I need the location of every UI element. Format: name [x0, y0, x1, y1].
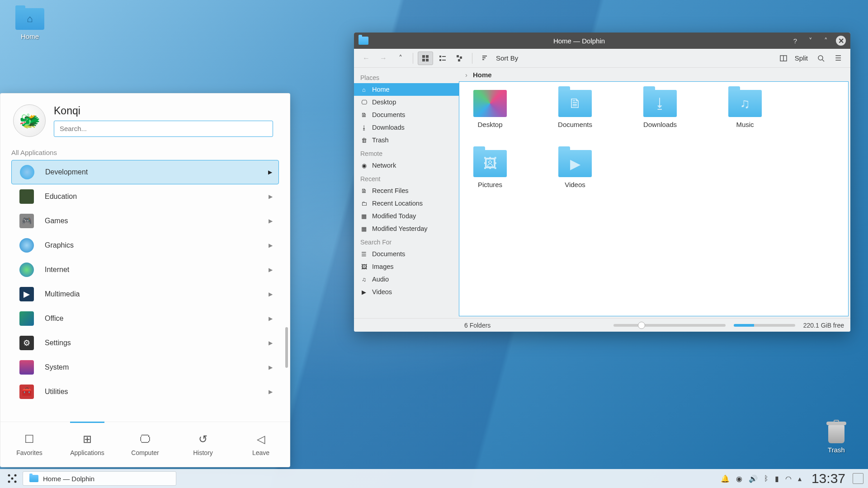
- svg-point-13: [818, 56, 823, 60]
- svg-rect-1: [426, 55, 429, 58]
- minimize-button[interactable]: ˅: [805, 35, 816, 46]
- recent-files[interactable]: 🗎Recent Files: [354, 184, 459, 197]
- documents-icon: 🗎: [360, 112, 368, 118]
- close-button[interactable]: ✕: [836, 36, 846, 46]
- trash-icon: [826, 420, 847, 443]
- folder-icon: [473, 90, 507, 117]
- svg-point-19: [14, 481, 17, 483]
- svg-point-15: [8, 474, 10, 477]
- category-settings[interactable]: ⚙ Settings ▶: [11, 331, 279, 355]
- svg-rect-9: [460, 56, 462, 59]
- tab-history[interactable]: ↺ History: [174, 422, 232, 467]
- task-dolphin[interactable]: Home — Dolphin: [23, 471, 176, 486]
- places-trash[interactable]: 🗑Trash: [354, 134, 459, 146]
- system-tray: 🔔 ◉ 🔊 ᛒ ▮ ◠ ▴: [721, 474, 804, 483]
- folder-videos[interactable]: ▶ Videos: [552, 150, 598, 188]
- zoom-slider[interactable]: [613, 324, 726, 327]
- free-space-label: 220.1 GiB free: [803, 322, 844, 329]
- places-panel: Places ⌂Home 🖵Desktop 🗎Documents ⭳Downlo…: [354, 68, 459, 318]
- user-avatar[interactable]: 🐲: [13, 104, 46, 137]
- folder-music[interactable]: ♫ Music: [722, 90, 768, 128]
- search-for-header: Search For: [354, 235, 459, 248]
- category-games[interactable]: 🎮 Games ▶: [11, 209, 279, 233]
- media-icon[interactable]: ◉: [736, 474, 742, 483]
- bluetooth-icon[interactable]: ᛒ: [764, 474, 769, 483]
- search-documents[interactable]: ☰Documents: [354, 248, 459, 260]
- start-button[interactable]: [5, 471, 20, 486]
- category-education[interactable]: Education ▶: [11, 184, 279, 209]
- icons-view-button[interactable]: [418, 52, 433, 65]
- places-desktop[interactable]: 🖵Desktop: [354, 96, 459, 108]
- folder-downloads[interactable]: ⭳ Downloads: [637, 90, 683, 128]
- menu-button[interactable]: ☰: [830, 52, 846, 65]
- back-button[interactable]: ←: [359, 52, 374, 65]
- chevron-right-icon: ▶: [269, 291, 273, 297]
- desktop-icon-home[interactable]: ⌂ Home: [15, 8, 44, 40]
- scrollbar[interactable]: [285, 327, 288, 368]
- breadcrumb-home[interactable]: Home: [473, 71, 492, 79]
- category-system[interactable]: System ▶: [11, 355, 279, 380]
- recent-locations[interactable]: 🗀Recent Locations: [354, 197, 459, 210]
- window-titlebar[interactable]: Home — Dolphin ? ˅ ˄ ✕: [354, 33, 850, 49]
- search-input[interactable]: [54, 121, 273, 137]
- wifi-icon[interactable]: ◠: [785, 474, 792, 483]
- development-icon: [20, 165, 34, 179]
- desktop-icon-trash-label: Trash: [828, 446, 845, 454]
- split-label[interactable]: Split: [795, 54, 808, 62]
- up-button[interactable]: ˄: [393, 52, 408, 65]
- category-utilities[interactable]: 🧰 Utilities ▶: [11, 380, 279, 404]
- show-desktop-button[interactable]: [853, 473, 863, 484]
- category-multimedia[interactable]: ▶ Multimedia ▶: [11, 282, 279, 306]
- search-button[interactable]: [813, 52, 829, 65]
- recent-yesterday[interactable]: ▦Modified Yesterday: [354, 222, 459, 235]
- details-view-button[interactable]: [452, 52, 467, 65]
- places-documents[interactable]: 🗎Documents: [354, 108, 459, 121]
- grid-icon: ⊞: [83, 433, 92, 446]
- status-bar: 6 Folders 220.1 GiB free: [354, 318, 850, 332]
- clock[interactable]: 13:37: [807, 471, 850, 486]
- calendar-icon: ▦: [360, 225, 368, 232]
- split-button[interactable]: [776, 52, 791, 65]
- places-downloads[interactable]: ⭳Downloads: [354, 121, 459, 134]
- forward-button[interactable]: →: [376, 52, 391, 65]
- compact-view-button[interactable]: [435, 52, 450, 65]
- folder-documents[interactable]: 🗎 Documents: [552, 90, 598, 128]
- category-internet[interactable]: Internet ▶: [11, 258, 279, 282]
- search-audio[interactable]: ♫Audio: [354, 273, 459, 286]
- recent-today[interactable]: ▦Modified Today: [354, 210, 459, 222]
- category-graphics[interactable]: Graphics ▶: [11, 233, 279, 258]
- category-office[interactable]: Office ▶: [11, 306, 279, 331]
- tray-expand-icon[interactable]: ▴: [798, 474, 802, 483]
- folder-pictures[interactable]: 🖼 Pictures: [467, 150, 513, 188]
- images-icon: 🖼: [360, 263, 368, 270]
- breadcrumb[interactable]: › Home: [459, 68, 850, 81]
- maximize-button[interactable]: ˄: [821, 35, 831, 46]
- home-icon: ⌂: [360, 86, 368, 93]
- disk-usage-bar: [734, 324, 795, 327]
- search-images[interactable]: 🖼Images: [354, 260, 459, 273]
- calendar-icon: ▦: [360, 213, 368, 220]
- education-icon: [19, 189, 34, 204]
- tab-favorites[interactable]: ☐ Favorites: [0, 422, 58, 467]
- notifications-icon[interactable]: 🔔: [721, 474, 730, 483]
- sort-by-button[interactable]: [477, 52, 492, 65]
- search-videos[interactable]: ▶Videos: [354, 286, 459, 298]
- tab-applications[interactable]: ⊞ Applications: [58, 422, 116, 467]
- places-home[interactable]: ⌂Home: [354, 83, 459, 96]
- folder-icon: ⭳: [643, 90, 677, 117]
- folder-desktop[interactable]: Desktop: [467, 90, 513, 128]
- volume-icon[interactable]: 🔊: [749, 474, 758, 483]
- sort-by-label[interactable]: Sort By: [496, 54, 518, 62]
- desktop-icon: 🖵: [360, 99, 368, 106]
- category-development[interactable]: Development ▶: [11, 160, 279, 184]
- tab-computer[interactable]: 🖵 Computer: [116, 422, 174, 467]
- tab-leave[interactable]: ◁ Leave: [232, 422, 290, 467]
- bookmark-icon: ☐: [24, 433, 34, 446]
- battery-icon[interactable]: ▮: [775, 474, 779, 483]
- remote-network[interactable]: ◉Network: [354, 159, 459, 172]
- desktop-icon-trash[interactable]: Trash: [826, 420, 847, 454]
- app-icon: [359, 37, 368, 45]
- audio-icon: ♫: [360, 276, 368, 283]
- file-view[interactable]: Desktop 🗎 Documents ⭳ Downloads ♫ Music …: [459, 81, 849, 316]
- help-button[interactable]: ?: [790, 35, 801, 46]
